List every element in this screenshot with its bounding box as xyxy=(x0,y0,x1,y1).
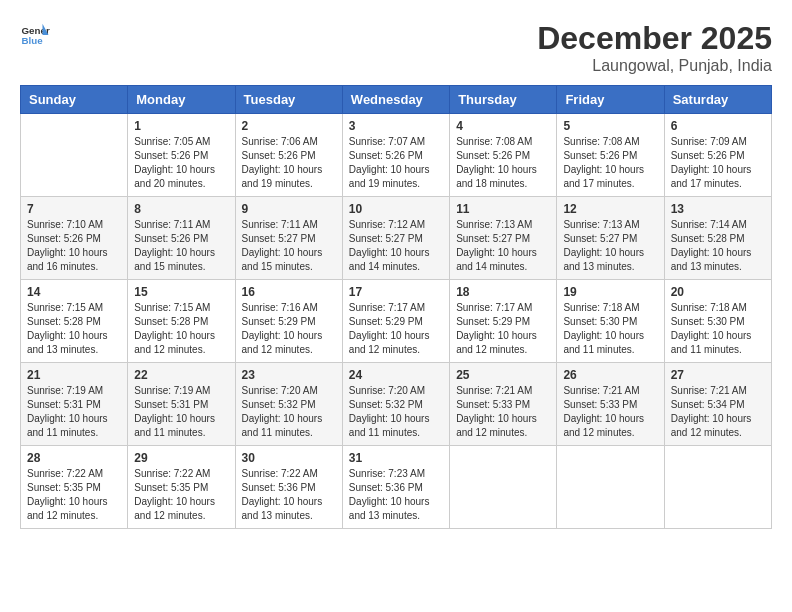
day-info: Sunrise: 7:22 AM Sunset: 5:35 PM Dayligh… xyxy=(134,467,228,523)
day-info: Sunrise: 7:23 AM Sunset: 5:36 PM Dayligh… xyxy=(349,467,443,523)
day-cell: 21Sunrise: 7:19 AM Sunset: 5:31 PM Dayli… xyxy=(21,363,128,446)
week-row-1: 1Sunrise: 7:05 AM Sunset: 5:26 PM Daylig… xyxy=(21,114,772,197)
week-row-3: 14Sunrise: 7:15 AM Sunset: 5:28 PM Dayli… xyxy=(21,280,772,363)
day-info: Sunrise: 7:11 AM Sunset: 5:27 PM Dayligh… xyxy=(242,218,336,274)
day-info: Sunrise: 7:18 AM Sunset: 5:30 PM Dayligh… xyxy=(563,301,657,357)
day-number: 30 xyxy=(242,451,336,465)
day-cell: 29Sunrise: 7:22 AM Sunset: 5:35 PM Dayli… xyxy=(128,446,235,529)
day-info: Sunrise: 7:08 AM Sunset: 5:26 PM Dayligh… xyxy=(456,135,550,191)
day-cell: 13Sunrise: 7:14 AM Sunset: 5:28 PM Dayli… xyxy=(664,197,771,280)
day-cell: 4Sunrise: 7:08 AM Sunset: 5:26 PM Daylig… xyxy=(450,114,557,197)
day-cell: 10Sunrise: 7:12 AM Sunset: 5:27 PM Dayli… xyxy=(342,197,449,280)
header-friday: Friday xyxy=(557,86,664,114)
svg-text:Blue: Blue xyxy=(22,35,44,46)
day-info: Sunrise: 7:15 AM Sunset: 5:28 PM Dayligh… xyxy=(27,301,121,357)
day-number: 8 xyxy=(134,202,228,216)
day-cell: 11Sunrise: 7:13 AM Sunset: 5:27 PM Dayli… xyxy=(450,197,557,280)
day-info: Sunrise: 7:08 AM Sunset: 5:26 PM Dayligh… xyxy=(563,135,657,191)
day-cell: 15Sunrise: 7:15 AM Sunset: 5:28 PM Dayli… xyxy=(128,280,235,363)
day-info: Sunrise: 7:15 AM Sunset: 5:28 PM Dayligh… xyxy=(134,301,228,357)
week-row-5: 28Sunrise: 7:22 AM Sunset: 5:35 PM Dayli… xyxy=(21,446,772,529)
day-cell: 23Sunrise: 7:20 AM Sunset: 5:32 PM Dayli… xyxy=(235,363,342,446)
logo: General Blue xyxy=(20,20,50,50)
calendar-header-row: SundayMondayTuesdayWednesdayThursdayFrid… xyxy=(21,86,772,114)
day-number: 1 xyxy=(134,119,228,133)
day-cell: 18Sunrise: 7:17 AM Sunset: 5:29 PM Dayli… xyxy=(450,280,557,363)
day-info: Sunrise: 7:13 AM Sunset: 5:27 PM Dayligh… xyxy=(456,218,550,274)
day-info: Sunrise: 7:21 AM Sunset: 5:33 PM Dayligh… xyxy=(456,384,550,440)
day-number: 17 xyxy=(349,285,443,299)
day-info: Sunrise: 7:14 AM Sunset: 5:28 PM Dayligh… xyxy=(671,218,765,274)
day-info: Sunrise: 7:19 AM Sunset: 5:31 PM Dayligh… xyxy=(27,384,121,440)
day-number: 12 xyxy=(563,202,657,216)
day-number: 6 xyxy=(671,119,765,133)
header-saturday: Saturday xyxy=(664,86,771,114)
day-info: Sunrise: 7:05 AM Sunset: 5:26 PM Dayligh… xyxy=(134,135,228,191)
day-info: Sunrise: 7:07 AM Sunset: 5:26 PM Dayligh… xyxy=(349,135,443,191)
day-cell: 6Sunrise: 7:09 AM Sunset: 5:26 PM Daylig… xyxy=(664,114,771,197)
day-cell: 24Sunrise: 7:20 AM Sunset: 5:32 PM Dayli… xyxy=(342,363,449,446)
location: Laungowal, Punjab, India xyxy=(537,57,772,75)
day-cell: 8Sunrise: 7:11 AM Sunset: 5:26 PM Daylig… xyxy=(128,197,235,280)
day-info: Sunrise: 7:21 AM Sunset: 5:33 PM Dayligh… xyxy=(563,384,657,440)
day-number: 18 xyxy=(456,285,550,299)
day-cell: 20Sunrise: 7:18 AM Sunset: 5:30 PM Dayli… xyxy=(664,280,771,363)
day-number: 22 xyxy=(134,368,228,382)
day-info: Sunrise: 7:09 AM Sunset: 5:26 PM Dayligh… xyxy=(671,135,765,191)
day-cell: 5Sunrise: 7:08 AM Sunset: 5:26 PM Daylig… xyxy=(557,114,664,197)
day-number: 21 xyxy=(27,368,121,382)
day-number: 15 xyxy=(134,285,228,299)
day-number: 14 xyxy=(27,285,121,299)
day-cell: 16Sunrise: 7:16 AM Sunset: 5:29 PM Dayli… xyxy=(235,280,342,363)
day-info: Sunrise: 7:13 AM Sunset: 5:27 PM Dayligh… xyxy=(563,218,657,274)
day-info: Sunrise: 7:19 AM Sunset: 5:31 PM Dayligh… xyxy=(134,384,228,440)
day-info: Sunrise: 7:10 AM Sunset: 5:26 PM Dayligh… xyxy=(27,218,121,274)
week-row-2: 7Sunrise: 7:10 AM Sunset: 5:26 PM Daylig… xyxy=(21,197,772,280)
day-number: 3 xyxy=(349,119,443,133)
day-info: Sunrise: 7:18 AM Sunset: 5:30 PM Dayligh… xyxy=(671,301,765,357)
day-number: 24 xyxy=(349,368,443,382)
day-info: Sunrise: 7:17 AM Sunset: 5:29 PM Dayligh… xyxy=(349,301,443,357)
day-number: 25 xyxy=(456,368,550,382)
day-info: Sunrise: 7:20 AM Sunset: 5:32 PM Dayligh… xyxy=(349,384,443,440)
day-info: Sunrise: 7:11 AM Sunset: 5:26 PM Dayligh… xyxy=(134,218,228,274)
day-cell: 31Sunrise: 7:23 AM Sunset: 5:36 PM Dayli… xyxy=(342,446,449,529)
day-cell xyxy=(557,446,664,529)
day-cell: 3Sunrise: 7:07 AM Sunset: 5:26 PM Daylig… xyxy=(342,114,449,197)
day-cell: 22Sunrise: 7:19 AM Sunset: 5:31 PM Dayli… xyxy=(128,363,235,446)
day-number: 4 xyxy=(456,119,550,133)
title-block: December 2025 Laungowal, Punjab, India xyxy=(537,20,772,75)
week-row-4: 21Sunrise: 7:19 AM Sunset: 5:31 PM Dayli… xyxy=(21,363,772,446)
day-cell xyxy=(450,446,557,529)
day-cell: 30Sunrise: 7:22 AM Sunset: 5:36 PM Dayli… xyxy=(235,446,342,529)
header-monday: Monday xyxy=(128,86,235,114)
day-info: Sunrise: 7:12 AM Sunset: 5:27 PM Dayligh… xyxy=(349,218,443,274)
day-cell: 19Sunrise: 7:18 AM Sunset: 5:30 PM Dayli… xyxy=(557,280,664,363)
day-number: 29 xyxy=(134,451,228,465)
day-number: 27 xyxy=(671,368,765,382)
day-cell: 17Sunrise: 7:17 AM Sunset: 5:29 PM Dayli… xyxy=(342,280,449,363)
header-sunday: Sunday xyxy=(21,86,128,114)
day-info: Sunrise: 7:22 AM Sunset: 5:35 PM Dayligh… xyxy=(27,467,121,523)
day-number: 26 xyxy=(563,368,657,382)
day-info: Sunrise: 7:16 AM Sunset: 5:29 PM Dayligh… xyxy=(242,301,336,357)
day-number: 9 xyxy=(242,202,336,216)
day-info: Sunrise: 7:06 AM Sunset: 5:26 PM Dayligh… xyxy=(242,135,336,191)
day-cell: 14Sunrise: 7:15 AM Sunset: 5:28 PM Dayli… xyxy=(21,280,128,363)
day-info: Sunrise: 7:22 AM Sunset: 5:36 PM Dayligh… xyxy=(242,467,336,523)
month-title: December 2025 xyxy=(537,20,772,57)
header-thursday: Thursday xyxy=(450,86,557,114)
day-number: 2 xyxy=(242,119,336,133)
day-number: 13 xyxy=(671,202,765,216)
day-number: 28 xyxy=(27,451,121,465)
calendar-table: SundayMondayTuesdayWednesdayThursdayFrid… xyxy=(20,85,772,529)
day-number: 20 xyxy=(671,285,765,299)
day-number: 19 xyxy=(563,285,657,299)
day-cell: 28Sunrise: 7:22 AM Sunset: 5:35 PM Dayli… xyxy=(21,446,128,529)
logo-icon: General Blue xyxy=(20,20,50,50)
day-cell: 7Sunrise: 7:10 AM Sunset: 5:26 PM Daylig… xyxy=(21,197,128,280)
day-cell: 2Sunrise: 7:06 AM Sunset: 5:26 PM Daylig… xyxy=(235,114,342,197)
day-number: 10 xyxy=(349,202,443,216)
day-number: 5 xyxy=(563,119,657,133)
day-number: 7 xyxy=(27,202,121,216)
